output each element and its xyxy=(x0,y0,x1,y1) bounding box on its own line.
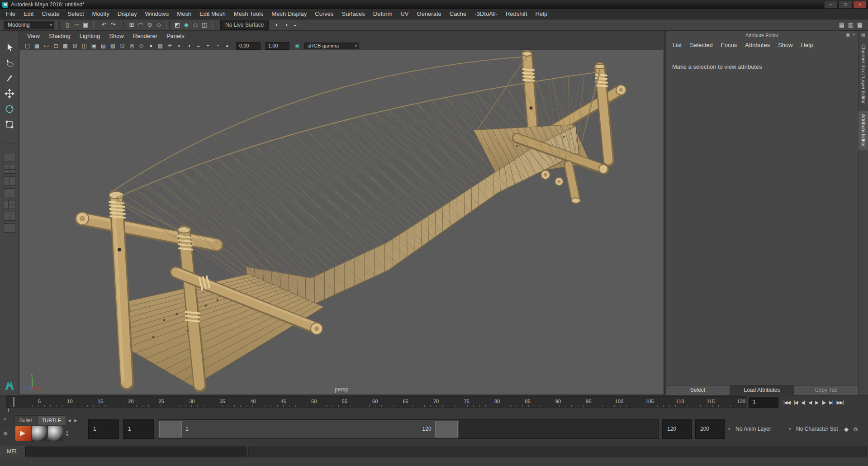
playhead[interactable] xyxy=(13,397,14,407)
snap-to-point-icon[interactable]: ⊙ xyxy=(145,20,154,29)
color-management-icon[interactable]: ◉ xyxy=(293,43,301,49)
undo-icon[interactable]: ↶ xyxy=(100,20,109,29)
character-set-select[interactable]: No Character Set xyxy=(796,419,838,439)
menu-mesh-tools[interactable]: Mesh Tools xyxy=(230,9,268,19)
layout-outliner-persp[interactable] xyxy=(4,223,15,233)
new-scene-icon[interactable]: ▯ xyxy=(63,20,72,29)
menu-uv[interactable]: UV xyxy=(396,9,413,19)
camera-bookmark-icon[interactable]: ▤ xyxy=(99,42,108,50)
group-grip[interactable] xyxy=(212,21,215,29)
shelf-options-icon[interactable]: ⊛ xyxy=(3,430,8,437)
maximize-button[interactable]: □ xyxy=(839,1,852,9)
anim-layer-select[interactable]: No Anim Layer xyxy=(735,419,771,439)
toggle-modeling-toolkit-icon[interactable]: ▤ xyxy=(837,20,846,29)
menu-surfaces[interactable]: Surfaces xyxy=(338,9,369,19)
layout-three-pane-split-top[interactable] xyxy=(4,212,15,221)
exposure-field[interactable]: 0.00 xyxy=(236,42,261,50)
select-hierarchy-icon[interactable]: ◩ xyxy=(173,20,182,29)
animation-start-field[interactable]: 1 xyxy=(88,419,119,439)
save-scene-icon[interactable]: ▣ xyxy=(81,20,90,29)
anim-layer-caret-icon[interactable]: ▾ xyxy=(728,419,730,439)
lasso-tool[interactable] xyxy=(3,55,16,71)
select-object-icon[interactable]: ◆ xyxy=(182,20,191,29)
menu-deform[interactable]: Deform xyxy=(369,9,397,19)
live-surface-field[interactable]: No Live Surface xyxy=(220,20,269,30)
shelf-item-material-sphere-2[interactable] xyxy=(48,426,63,441)
current-time-field[interactable]: 1 xyxy=(749,397,778,408)
select-button[interactable]: Select xyxy=(666,385,730,395)
panel-menu-view[interactable]: View xyxy=(23,31,44,41)
ipr-render-icon[interactable]: ◒ xyxy=(290,20,299,29)
menu-set-selector[interactable]: Modeling ▾ xyxy=(4,21,54,29)
gate-mask-icon[interactable]: ▩ xyxy=(61,42,70,50)
playback-start-field[interactable]: 1 xyxy=(123,419,154,439)
paint-select-tool[interactable] xyxy=(3,71,16,86)
shelf-scroll-arrows[interactable]: ▲▼ xyxy=(66,430,69,437)
step-back-frame-button[interactable]: ◀| xyxy=(799,400,806,405)
menu-file[interactable]: File xyxy=(2,9,19,19)
menu-generate[interactable]: Generate xyxy=(413,9,446,19)
menu-help[interactable]: Help xyxy=(531,9,552,19)
viewport-3d[interactable]: y x z persp xyxy=(19,50,664,395)
step-back-key-button[interactable]: |◀ xyxy=(792,400,799,405)
snap-to-plane-icon[interactable]: ◇ xyxy=(154,20,163,29)
menu-mesh[interactable]: Mesh xyxy=(173,9,195,19)
auto-keyframe-toggle-icon[interactable]: ◆ xyxy=(844,426,849,433)
gamma-field[interactable]: 1.00 xyxy=(265,42,289,50)
exposure-icon[interactable]: ◕ xyxy=(222,42,232,50)
view-transform-select[interactable]: sRGB gamma ▾ xyxy=(304,43,359,49)
multisample-icon[interactable]: ◓ xyxy=(203,42,213,50)
menu-3dtoall[interactable]: -3DtoAll- xyxy=(470,9,502,19)
layout-two-pane-side[interactable] xyxy=(4,176,15,185)
select-camera-icon[interactable]: ▢ xyxy=(23,42,32,50)
menu-redshift[interactable]: Redshift xyxy=(502,9,531,19)
screen-space-ao-icon[interactable]: ◑ xyxy=(184,42,194,50)
shelf-tab-bullet[interactable]: Bullet xyxy=(14,415,37,425)
menu-display[interactable]: Display xyxy=(114,9,141,19)
tab-channel-box-layer-editor[interactable]: Channel Box / Layer Editor xyxy=(859,42,868,106)
close-icon[interactable]: × xyxy=(853,32,855,37)
sidebar-grip-icon[interactable]: ▤ xyxy=(861,32,865,37)
select-component-icon[interactable]: ◇ xyxy=(191,20,200,29)
snap-to-grid-icon[interactable]: ⊞ xyxy=(127,20,136,29)
layout-two-pane-stacked[interactable] xyxy=(4,188,15,197)
go-to-end-button[interactable]: ▶▶| xyxy=(835,400,845,405)
group-grip[interactable] xyxy=(121,21,124,29)
copy-tab-button[interactable]: Copy Tab xyxy=(794,385,858,395)
shelf-prev-icon[interactable]: ◀ xyxy=(66,418,72,423)
ae-menu-selected[interactable]: Selected xyxy=(686,42,717,48)
image-plane-icon[interactable]: ▧ xyxy=(108,42,118,50)
range-slider-track[interactable]: 1 120 xyxy=(158,419,659,439)
timeline-ruler[interactable]: 5101520253035404550556065707580859095100… xyxy=(6,396,746,408)
shelf-item-bullet-rocket[interactable] xyxy=(15,426,31,441)
undock-icon[interactable]: ▣ xyxy=(846,32,850,37)
ae-menu-focus[interactable]: Focus xyxy=(717,42,741,48)
select-tool[interactable] xyxy=(3,40,16,55)
group-grip[interactable] xyxy=(166,21,170,29)
range-start-handle[interactable] xyxy=(159,421,182,437)
character-set-caret-icon[interactable]: ▾ xyxy=(789,419,791,439)
menu-edit[interactable]: Edit xyxy=(19,9,38,19)
menu-select[interactable]: Select xyxy=(63,9,88,19)
go-to-start-button[interactable]: |◀◀ xyxy=(782,400,792,405)
symmetry-icon[interactable]: ◫ xyxy=(200,20,209,29)
panel-menu-lighting[interactable]: Lighting xyxy=(75,31,105,41)
shelf-next-icon[interactable]: ▶ xyxy=(72,418,79,423)
step-forward-key-button[interactable]: ▶| xyxy=(827,400,835,405)
panel-menu-renderer[interactable]: Renderer xyxy=(128,31,162,41)
ae-menu-help[interactable]: Help xyxy=(797,42,817,48)
menu-modify[interactable]: Modify xyxy=(88,9,114,19)
panel-menu-show[interactable]: Show xyxy=(104,31,128,41)
textured-mode-icon[interactable]: ▨ xyxy=(156,42,165,50)
panel-menu-shading[interactable]: Shading xyxy=(44,31,75,41)
playback-range-bar[interactable]: 1 120 xyxy=(158,420,459,438)
title-bar[interactable]: M Autodesk Maya 2016: untitled* ─□× xyxy=(0,0,868,9)
ae-menu-list[interactable]: List xyxy=(669,42,686,48)
ae-menu-show[interactable]: Show xyxy=(774,42,797,48)
play-forwards-button[interactable]: ▶ xyxy=(813,400,820,405)
menu-create[interactable]: Create xyxy=(38,9,63,19)
group-grip[interactable] xyxy=(93,21,96,29)
toggle-attribute-editor-icon[interactable]: ▦ xyxy=(855,20,864,29)
group-grip[interactable] xyxy=(57,21,60,29)
xray-icon[interactable]: ◔ xyxy=(213,42,222,50)
